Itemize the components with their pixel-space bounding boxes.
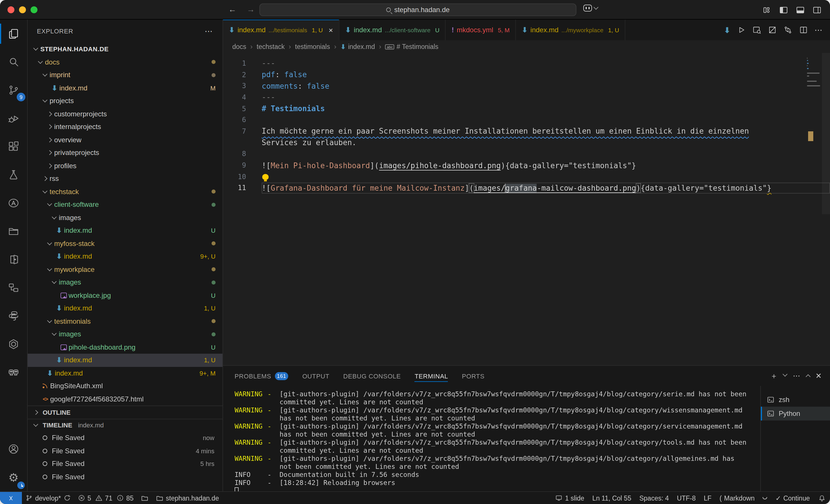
timeline-item[interactable]: File Saved5 hrs	[28, 457, 222, 470]
tree-item-imprint[interactable]: imprint	[28, 69, 222, 81]
tree-item-pihole-dashboard.png[interactable]: pihole-dashboard.pngU	[28, 341, 222, 354]
tree-item-images[interactable]: images	[28, 276, 222, 289]
tree-item-rss[interactable]: rss	[28, 172, 222, 185]
customize-layout-icon[interactable]	[762, 5, 772, 15]
tree-item-images[interactable]: images	[28, 328, 222, 341]
code-line-5[interactable]: 5# Testimonials	[223, 103, 830, 114]
timeline-section[interactable]: TIMELINE index.md	[28, 418, 222, 431]
activity-item-door-extension[interactable]	[0, 245, 27, 274]
terminal-output[interactable]: WARNING-[git-authors-plugin] /var/folder…	[223, 386, 760, 491]
breadcrumb-item-index-md[interactable]: ⬇index.md	[340, 43, 375, 51]
tree-item-myfoss-stack[interactable]: myfoss-stack	[28, 237, 222, 250]
lightbulb-icon[interactable]	[262, 174, 268, 179]
activity-item-testing[interactable]	[0, 161, 27, 189]
site-item[interactable]: stephan.hadan.de	[152, 492, 222, 504]
open-changes-button[interactable]	[783, 25, 793, 35]
forward-icon[interactable]: →	[245, 5, 257, 14]
code-line-8[interactable]: 8	[223, 148, 830, 160]
tree-item-projects[interactable]: projects	[28, 95, 222, 107]
split-editor-button[interactable]	[799, 25, 808, 35]
minimize-window-button[interactable]	[19, 6, 26, 13]
markdown-preview-button[interactable]: ⬇	[724, 25, 730, 35]
timeline-item[interactable]: File Savednow	[28, 431, 222, 444]
tab-index.md[interactable]: ⬇index.md.../client-softwareU	[339, 20, 446, 40]
git-branch-item[interactable]: develop*	[22, 492, 74, 504]
tree-item-privateprojects[interactable]: privateprojects	[28, 146, 222, 159]
code-line-wrap[interactable]: Services zu erlauben.	[223, 137, 830, 148]
status-eol[interactable]: LF	[700, 492, 715, 504]
tree-item-testimonials[interactable]: testimonials	[28, 315, 222, 328]
toggle-panel-icon[interactable]	[795, 5, 805, 15]
activity-item-extensions[interactable]	[0, 132, 27, 161]
code-line-9[interactable]: 9![Mein Pi-hole-Dashboard](images/pihole…	[223, 160, 830, 171]
tab-mkdocs.yml[interactable]: !mkdocs.yml5, M	[446, 20, 516, 40]
tree-root[interactable]: STEPHAN.HADAN.DE	[28, 43, 222, 56]
copilot-menu[interactable]	[583, 5, 598, 11]
breadcrumb-item--Testimonials[interactable]: abc# Testimonials	[385, 43, 438, 50]
outline-section[interactable]: OUTLINE	[28, 405, 222, 418]
activity-item-hexagon-extension[interactable]	[0, 330, 27, 358]
panel-tab-terminal[interactable]: TERMINAL	[415, 366, 448, 386]
tab-index.md[interactable]: ⬇index.md.../myworkplace1, U	[516, 20, 626, 40]
scrollbar[interactable]	[822, 53, 830, 214]
minimap[interactable]	[807, 58, 821, 88]
workspace-folder-item[interactable]	[137, 492, 152, 504]
status-encoding[interactable]: UTF-8	[673, 492, 700, 504]
problems-item[interactable]: 5 71 85	[74, 492, 137, 504]
open-preview-side-button[interactable]	[752, 25, 761, 35]
zoom-window-button[interactable]	[31, 6, 37, 13]
timeline-item[interactable]: File Saved	[28, 470, 222, 483]
status-notifications[interactable]	[814, 492, 830, 504]
tree-item-client-software[interactable]: client-software	[28, 198, 222, 211]
remote-indicator[interactable]	[0, 492, 22, 504]
slides-preview-button[interactable]	[768, 25, 777, 35]
panel-tab-output[interactable]: OUTPUT	[302, 366, 329, 386]
tree-item-BingSiteAuth.xml[interactable]: BingSiteAuth.xml	[28, 379, 222, 393]
tree-item-index.md[interactable]: ⬇index.mdM	[28, 81, 222, 95]
activity-item-a-circle-extension[interactable]	[0, 189, 27, 217]
activity-item-faces-extension[interactable]	[0, 358, 27, 387]
breadcrumb-item-docs[interactable]: docs	[232, 43, 247, 50]
tree-item-profiles[interactable]: profiles	[28, 159, 222, 172]
tree-item-index.md[interactable]: ⬇index.mdU	[28, 224, 222, 237]
explorer-more-icon[interactable]: ⋯	[204, 27, 213, 36]
activity-item-accounts[interactable]	[0, 435, 27, 463]
tree-item-techstack[interactable]: techstack	[28, 185, 222, 198]
tree-item-workplace.jpg[interactable]: workplace.jpgU	[28, 289, 222, 302]
maximize-panel-icon[interactable]	[805, 374, 810, 379]
terminal-instance-python[interactable]: Python	[761, 407, 830, 421]
code-line-2[interactable]: 2pdf: false	[223, 69, 830, 80]
more-actions-button[interactable]: ⋯	[815, 25, 823, 35]
status-indentation[interactable]: Spaces: 4	[635, 492, 673, 504]
tree-item-myworkplace[interactable]: myworkplace	[28, 263, 222, 276]
status-continue[interactable]: ✓Continue	[771, 492, 814, 504]
code-line-11[interactable]: 11![Grafana-Dashboard für meine Mailcow-…	[223, 182, 830, 194]
code-line-1[interactable]: 1---	[223, 58, 830, 69]
close-panel-icon[interactable]: ✕	[816, 372, 822, 380]
command-center[interactable]: stephan.hadan.de	[259, 3, 576, 16]
toggle-primary-sidebar-icon[interactable]	[779, 5, 789, 15]
editor[interactable]: 1---2pdf: false3comments: false4---5# Te…	[223, 53, 830, 365]
code-line-3[interactable]: 3comments: false	[223, 80, 830, 92]
panel-tab-ports[interactable]: PORTS	[462, 366, 484, 386]
tree-item-docs[interactable]: docs	[28, 56, 222, 69]
back-icon[interactable]: ←	[226, 5, 238, 14]
tree-item-index.md[interactable]: ⬇index.md1, U	[28, 302, 222, 315]
terminal-instance-zsh[interactable]: zsh	[761, 393, 830, 407]
timeline-item[interactable]: File Saved4 mins	[28, 444, 222, 457]
activity-item-source-control[interactable]: 9	[0, 76, 27, 104]
status-feedback[interactable]	[759, 492, 771, 504]
code-line-4[interactable]: 4---	[223, 92, 830, 103]
status-cursor-position[interactable]: Ln 11, Col 55	[588, 492, 635, 504]
panel-tab-problems[interactable]: PROBLEMS161	[234, 366, 288, 386]
activity-item-project-folder-extension[interactable]	[0, 217, 27, 245]
code-line-6[interactable]: 6	[223, 114, 830, 126]
panel-tab-debug-console[interactable]: DEBUG CONSOLE	[343, 366, 401, 386]
toggle-secondary-sidebar-icon[interactable]	[812, 5, 822, 15]
tree-item-index.md[interactable]: ⬇index.md1, U	[28, 354, 222, 367]
breadcrumb-item-techstack[interactable]: techstack	[257, 43, 285, 50]
activity-item-run-debug[interactable]	[0, 104, 27, 132]
status-marp-slides[interactable]: 1 slide	[551, 492, 588, 504]
tree-item-customerprojects[interactable]: customerprojects	[28, 107, 222, 121]
tree-item-index.md[interactable]: ⬇index.md9+, U	[28, 250, 222, 263]
